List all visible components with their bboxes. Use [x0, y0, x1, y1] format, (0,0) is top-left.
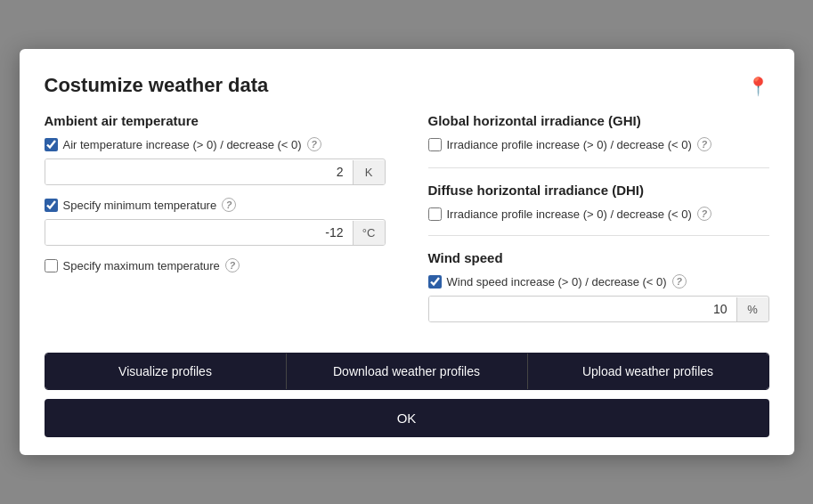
wind-unit: % [736, 297, 768, 321]
min-temp-checkbox-row: Specify minimum temperature ? [45, 198, 386, 212]
max-temp-help-icon[interactable]: ? [225, 258, 240, 272]
dhi-section: Diffuse horizontal irradiance (DHI) Irra… [428, 183, 769, 221]
ghi-checkbox-label: Irradiance profile increase (> 0) / decr… [447, 138, 692, 151]
max-temp-checkbox-label: Specify maximum temperature [63, 259, 220, 272]
ghi-checkbox[interactable] [428, 138, 442, 151]
ghi-help-icon[interactable]: ? [697, 137, 711, 151]
ambient-air-title: Ambient air temperature [45, 113, 386, 128]
dhi-checkbox-label: Irradiance profile increase (> 0) / decr… [447, 207, 692, 221]
upload-profiles-button[interactable]: Upload weather profiles [528, 354, 768, 389]
wind-checkbox[interactable] [428, 275, 442, 289]
divider-1 [428, 167, 769, 168]
min-temp-help-icon[interactable]: ? [222, 198, 236, 212]
dhi-checkbox[interactable] [428, 207, 442, 221]
wind-section: Wind speed Wind speed increase (> 0) / d… [428, 250, 769, 322]
air-temp-checkbox-label: Air temperature increase (> 0) / decreas… [63, 138, 302, 151]
dhi-title: Diffuse horizontal irradiance (DHI) [428, 183, 769, 198]
ok-button[interactable]: OK [45, 399, 769, 437]
min-temp-checkbox-label: Specify minimum temperature [63, 199, 217, 212]
wind-help-icon[interactable]: ? [672, 274, 687, 289]
wind-input-row: % [428, 296, 769, 322]
location-icon: 📍 [747, 76, 769, 97]
action-button-bar: Visualize profiles Download weather prof… [45, 353, 769, 390]
max-temp-checkbox-row: Specify maximum temperature ? [45, 258, 386, 272]
ghi-title: Global horizontal irradiance (GHI) [428, 113, 769, 128]
min-temp-unit: °C [353, 221, 385, 245]
wind-checkbox-label: Wind speed increase (> 0) / decrease (< … [447, 275, 667, 289]
min-temp-input[interactable] [45, 220, 353, 245]
min-temp-input-row: °C [45, 219, 386, 246]
wind-checkbox-row: Wind speed increase (> 0) / decrease (< … [428, 274, 769, 289]
air-temp-input[interactable] [45, 159, 353, 184]
modal-dialog: Costumize weather data 📍 Ambient air tem… [20, 49, 794, 455]
air-temp-input-row: K [45, 159, 386, 185]
ghi-section: Global horizontal irradiance (GHI) Irrad… [428, 113, 769, 151]
main-columns: Ambient air temperature Air temperature … [45, 113, 769, 335]
wind-input[interactable] [429, 297, 736, 321]
air-temp-checkbox[interactable] [45, 138, 58, 151]
dhi-help-icon[interactable]: ? [697, 207, 711, 221]
wind-title: Wind speed [428, 250, 769, 265]
modal-header: Costumize weather data 📍 [45, 74, 769, 97]
air-temp-checkbox-row: Air temperature increase (> 0) / decreas… [45, 137, 386, 151]
left-column: Ambient air temperature Air temperature … [45, 113, 414, 335]
air-temp-unit: K [353, 160, 385, 184]
dhi-checkbox-row: Irradiance profile increase (> 0) / decr… [428, 207, 769, 221]
divider-2 [428, 235, 769, 236]
max-temp-checkbox[interactable] [45, 259, 58, 272]
right-column: Global horizontal irradiance (GHI) Irrad… [414, 113, 769, 335]
download-profiles-button[interactable]: Download weather profiles [287, 354, 528, 389]
ghi-checkbox-row: Irradiance profile increase (> 0) / decr… [428, 137, 769, 151]
modal-title: Costumize weather data [45, 74, 269, 97]
air-temp-help-icon[interactable]: ? [307, 137, 321, 151]
visualize-profiles-button[interactable]: Visualize profiles [45, 354, 287, 389]
min-temp-checkbox[interactable] [45, 199, 58, 212]
